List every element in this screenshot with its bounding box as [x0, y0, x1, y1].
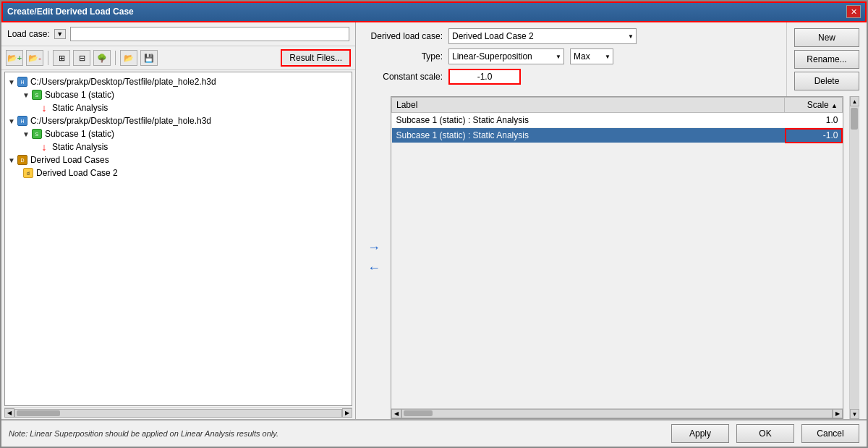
expand-btn[interactable]: ⊞: [53, 50, 70, 66]
derived-case-icon: d: [22, 167, 34, 179]
constant-row: Constant scale:: [363, 69, 779, 85]
add-to-table-arrow[interactable]: →: [367, 241, 380, 254]
type-select[interactable]: Linear-Superposition: [448, 48, 564, 64]
save-btn[interactable]: 💾: [140, 50, 158, 66]
vscroll-down[interactable]: ▼: [850, 409, 859, 419]
constant-label: Constant scale:: [363, 72, 443, 82]
remove-file-btn[interactable]: 📂-: [26, 50, 43, 66]
table-vscroll[interactable]: ▲ ▼: [849, 96, 859, 419]
h3d-icon-2: H: [17, 115, 28, 127]
row1-label: Subcase 1 (static) : Static Analysis: [392, 113, 785, 128]
add-file-btn[interactable]: 📂+: [6, 50, 23, 66]
derived-label: Derived load case:: [363, 31, 443, 41]
panels-row: Load case: ▼ 📂+ 📂- ⊞: [1, 22, 867, 419]
type-row: Type: Linear-Superposition ▼ Max: [363, 48, 779, 64]
vscroll-thumb: [851, 108, 858, 130]
table-hscroll-thumb: [404, 410, 433, 416]
result-files-button[interactable]: Result Files...: [281, 49, 351, 67]
analysis-label-1: Static Analysis: [52, 103, 108, 113]
left-panel: Load case: ▼ 📂+ 📂- ⊞: [1, 22, 356, 419]
derived-case-label: Derived Load Case 2: [36, 168, 118, 178]
filter-icon[interactable]: ▼: [54, 29, 66, 39]
table-row[interactable]: Subcase 1 (static) : Static Analysis -1.…: [392, 128, 843, 143]
main-area: Load case: ▼ 📂+ 📂- ⊞: [1, 22, 867, 447]
subcase-label-2: Subcase 1 (static): [45, 129, 114, 139]
remove-from-table-arrow[interactable]: ←: [367, 261, 380, 274]
derived-group-label: Derived Load Cases: [30, 155, 109, 165]
constant-input[interactable]: [448, 69, 521, 85]
hscroll-thumb: [17, 410, 60, 416]
result-table: Label Scale ▲ Subcase 1 (static) : Stat: [391, 97, 843, 143]
apply-button[interactable]: Apply: [671, 424, 729, 443]
new-button[interactable]: New: [794, 28, 859, 47]
hscroll-left[interactable]: ◀: [4, 408, 14, 418]
tree-item-derived-group[interactable]: ▼ D Derived Load Cases: [8, 153, 349, 166]
right-content: Derived load case: Derived Load Case 2 ▼…: [356, 22, 867, 419]
derived-group-icon: D: [17, 154, 28, 166]
expand-arrow-h3d2[interactable]: ▼: [8, 117, 15, 125]
table-section: → ← Label Scale ▲: [356, 96, 867, 419]
col-scale-header: Scale ▲: [785, 98, 843, 113]
max-select-wrapper: Max ▼: [570, 48, 613, 64]
table-hscroll-right[interactable]: ▶: [833, 409, 843, 418]
tree-item-analysis1[interactable]: ↓ Static Analysis: [8, 101, 349, 114]
h3d-icon-1: H: [17, 76, 28, 88]
col-label-header: Label: [392, 98, 785, 113]
sep2: [115, 51, 116, 65]
delete-button[interactable]: Delete: [794, 72, 859, 90]
title-bar: Create/Edit Derived Load Case ✕: [1, 1, 867, 22]
tree-item-h3d1[interactable]: ▼ H C:/Users/prakp/Desktop/Testfile/plat…: [8, 75, 349, 88]
table-row[interactable]: Subcase 1 (static) : Static Analysis 1.0: [392, 113, 843, 128]
type-label: Type:: [363, 51, 443, 62]
arrow-panel: → ←: [363, 96, 385, 419]
expand-arrow-sub2[interactable]: ▼: [22, 130, 30, 138]
ok-button[interactable]: OK: [736, 424, 794, 443]
col-sort-icon[interactable]: ▲: [831, 102, 838, 109]
cancel-button[interactable]: Cancel: [801, 424, 859, 443]
tree-item-subcase2[interactable]: ▼ S Subcase 1 (static): [8, 127, 349, 140]
vscroll-track[interactable]: [850, 106, 859, 409]
rename-button[interactable]: Rename...: [794, 50, 859, 69]
left-toolbar: 📂+ 📂- ⊞ ⊟ 🌳: [1, 46, 355, 70]
collapse-btn[interactable]: ⊟: [73, 50, 90, 66]
subcase-icon-1: S: [31, 89, 43, 101]
load-case-input[interactable]: [70, 27, 349, 41]
max-select[interactable]: Max: [570, 48, 613, 64]
sep1: [48, 51, 48, 65]
analysis-icon-2: ↓: [38, 141, 50, 153]
h3d-label-2: C:/Users/prakp/Desktop/Testfile/plate_ho…: [30, 116, 211, 126]
expand-arrow-dg[interactable]: ▼: [8, 156, 15, 164]
bottom-bar: Note: Linear Superposition should be app…: [1, 419, 867, 447]
row1-scale: 1.0: [785, 113, 843, 128]
hscroll-track[interactable]: [14, 409, 342, 418]
table-hscroll-left[interactable]: ◀: [391, 409, 401, 418]
tree-hscroll[interactable]: ◀ ▶: [4, 407, 352, 418]
hscroll-right[interactable]: ▶: [342, 408, 352, 418]
right-top-section: Derived load case: Derived Load Case 2 ▼…: [356, 22, 867, 96]
h3d-label-1: C:/Users/prakp/Desktop/Testfile/plate_ho…: [30, 77, 216, 87]
tree-item-derived-case[interactable]: d Derived Load Case 2: [8, 166, 349, 179]
subcase-label-1: Subcase 1 (static): [45, 90, 114, 100]
open-btn[interactable]: 📂: [120, 50, 137, 66]
analysis-icon-1: ↓: [38, 102, 50, 114]
subcase-icon-2: S: [31, 128, 43, 140]
table-hscroll-track[interactable]: [401, 409, 833, 418]
expand-arrow-sub1[interactable]: ▼: [22, 91, 30, 99]
load-case-label: Load case:: [7, 29, 50, 39]
type-select-wrapper: Linear-Superposition ▼: [448, 48, 564, 64]
derived-select[interactable]: Derived Load Case 2: [448, 28, 637, 44]
tree-item-subcase1[interactable]: ▼ S Subcase 1 (static): [8, 88, 349, 101]
tree-btn[interactable]: 🌳: [93, 50, 111, 66]
row2-scale: -1.0: [785, 128, 843, 143]
tree-item-h3d2[interactable]: ▼ H C:/Users/prakp/Desktop/Testfile/plat…: [8, 114, 349, 127]
vscroll-up[interactable]: ▲: [850, 96, 859, 106]
derived-select-wrapper: Derived Load Case 2 ▼: [448, 28, 637, 44]
table-hscroll[interactable]: ◀ ▶: [391, 408, 843, 418]
note-text: Note: Linear Superposition should be app…: [9, 429, 664, 438]
file-tree[interactable]: ▼ H C:/Users/prakp/Desktop/Testfile/plat…: [4, 72, 352, 406]
derived-row: Derived load case: Derived Load Case 2 ▼: [363, 28, 779, 44]
close-button[interactable]: ✕: [846, 5, 861, 18]
tree-item-analysis2[interactable]: ↓ Static Analysis: [8, 140, 349, 153]
main-window: Create/Edit Derived Load Case ✕ Load cas…: [0, 0, 868, 448]
expand-arrow-h3d1[interactable]: ▼: [8, 78, 15, 86]
